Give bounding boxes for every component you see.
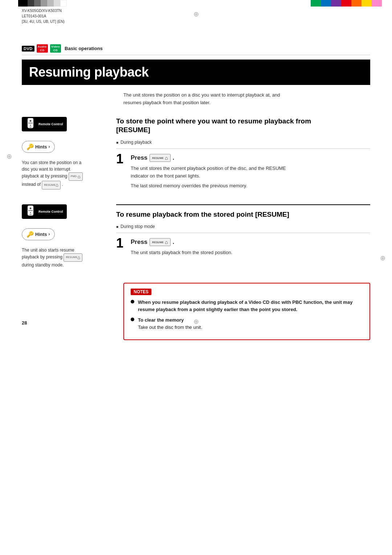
hints-arrow-1: › xyxy=(49,144,50,149)
svg-point-12 xyxy=(30,212,31,213)
svg-point-4 xyxy=(30,122,31,123)
audio-cd-badge: AudioCD xyxy=(37,44,48,53)
step-1-desc2: The last stored memory overrides the pre… xyxy=(131,182,370,190)
notes-text-1: When you resume playback during playback… xyxy=(138,299,363,313)
section-2-left: Remote Control 🔑 Hints › The unit also s… xyxy=(22,204,109,269)
hints-body-2: The unit also starts resume playback by … xyxy=(22,247,82,269)
region-code: [3U, 4U, US, UB, UT] (EN) xyxy=(22,19,370,24)
resume-label-text-2: RESUME xyxy=(152,241,164,244)
hints-icon-1: 🔑 xyxy=(26,143,34,150)
reg-mark-left-mid: ⊕ xyxy=(7,152,12,160)
svg-point-5 xyxy=(30,125,31,126)
intro-text: The unit stores the position on a disc y… xyxy=(123,91,370,107)
notes-bullet-2 xyxy=(131,318,134,321)
svg-point-10 xyxy=(32,210,33,211)
step-1-press-text: Press xyxy=(131,154,147,162)
section-2: Remote Control 🔑 Hints › The unit also s… xyxy=(22,204,370,269)
page-title: Resuming playback xyxy=(29,65,363,80)
remote-control-icon-1: Remote Control xyxy=(22,117,67,131)
step-2-press-text: Press xyxy=(131,238,147,246)
step-2-content: Press RESUME ⌂ . The unit starts playbac… xyxy=(131,237,370,257)
hints-arrow-2: › xyxy=(49,232,50,237)
step-2-number: 1 xyxy=(116,237,127,250)
section-1-right: To store the point where you want to res… xyxy=(116,117,370,193)
notes-normal-2: Take out the disc from the unit. xyxy=(138,325,202,330)
reg-mark-top: ⊕ xyxy=(193,10,199,18)
hints-label-2: Hints xyxy=(35,232,47,237)
section-title: Basic operations xyxy=(65,46,103,51)
step-2-desc: The unit starts playback from the stored… xyxy=(131,249,370,257)
step-1-desc1: The unit stores the current playback pos… xyxy=(131,165,370,180)
resume-icon-2: ⌂ xyxy=(165,239,168,245)
section-1: Remote Control 🔑 Hints › You can store t… xyxy=(22,117,370,193)
page-number: 28 xyxy=(22,320,27,326)
period-1: . xyxy=(173,154,175,162)
notes-item-1: When you resume playback during playback… xyxy=(131,299,363,313)
svg-rect-13 xyxy=(29,214,32,215)
hints-label-1: Hints xyxy=(35,144,47,150)
notes-box: NOTES When you resume playback during pl… xyxy=(123,283,370,340)
hints-icon-2: 🔑 xyxy=(26,231,34,238)
section-1-heading: To store the point where you want to res… xyxy=(116,117,370,135)
notes-item-2: To clear the memory Take out the disc fr… xyxy=(131,317,363,331)
remote-svg-1 xyxy=(25,119,36,129)
mode-label-1: During playback xyxy=(116,140,370,145)
section-1-left: Remote Control 🔑 Hints › You can store t… xyxy=(22,117,109,193)
hints-body-1: You can store the position on a disc you… xyxy=(22,159,83,189)
svg-point-2 xyxy=(29,122,30,123)
remote-svg-2 xyxy=(25,207,36,217)
step-1-content: Press RESUME ⌂ . The unit stores the cur… xyxy=(131,152,370,189)
section-2-heading: To resume playback from the stored point… xyxy=(116,204,370,219)
svg-point-11 xyxy=(30,210,31,211)
resume-label-text-1: RESUME xyxy=(152,157,164,159)
notes-bold-2: To clear the memory xyxy=(138,317,184,323)
step-1-row: 1 Press RESUME ⌂ . The unit stores the c… xyxy=(116,148,370,189)
resume-button-1: RESUME ⌂ xyxy=(150,154,170,162)
notes-title: NOTES xyxy=(131,289,151,295)
svg-point-8 xyxy=(30,207,32,209)
header-strip: DVD AudioCD VideoCD Basic operations xyxy=(22,44,370,55)
step-2-row: 1 Press RESUME ⌂ . The unit starts playb… xyxy=(116,233,370,257)
resume-icon-1: ⌂ xyxy=(165,155,168,161)
reg-mark-right-mid: ⊕ xyxy=(380,254,385,262)
resume-button-2: RESUME ⌂ xyxy=(150,238,170,246)
svg-point-3 xyxy=(32,122,33,123)
svg-rect-6 xyxy=(29,127,32,127)
reg-mark-bottom: ⊕ xyxy=(193,318,199,326)
remote-control-icon-2: Remote Control xyxy=(22,204,67,219)
page-title-box: Resuming playback xyxy=(22,60,370,85)
step-1-press-line: Press RESUME ⌂ . xyxy=(131,154,370,162)
svg-point-1 xyxy=(30,120,32,122)
notes-bold-1: When you resume playback during playback… xyxy=(138,299,352,312)
dvd-badge: DVD xyxy=(22,46,34,52)
notes-bullet-1 xyxy=(131,300,134,303)
section-2-right: To resume playback from the stored point… xyxy=(116,204,370,269)
svg-point-9 xyxy=(29,210,30,211)
hints-badge-2: 🔑 Hints › xyxy=(22,228,55,240)
period-2: . xyxy=(173,238,175,246)
hints-badge-1: 🔑 Hints › xyxy=(22,141,55,153)
remote-label-1: Remote Control xyxy=(38,122,63,126)
step-1-number: 1 xyxy=(116,152,127,166)
notes-text-2: To clear the memory Take out the disc fr… xyxy=(138,317,202,331)
video-cd-badge: VideoCD xyxy=(50,44,61,53)
remote-label-2: Remote Control xyxy=(38,210,63,213)
step-2-press-line: Press RESUME ⌂ . xyxy=(131,238,370,246)
mode-label-2: During stop mode xyxy=(116,224,370,229)
